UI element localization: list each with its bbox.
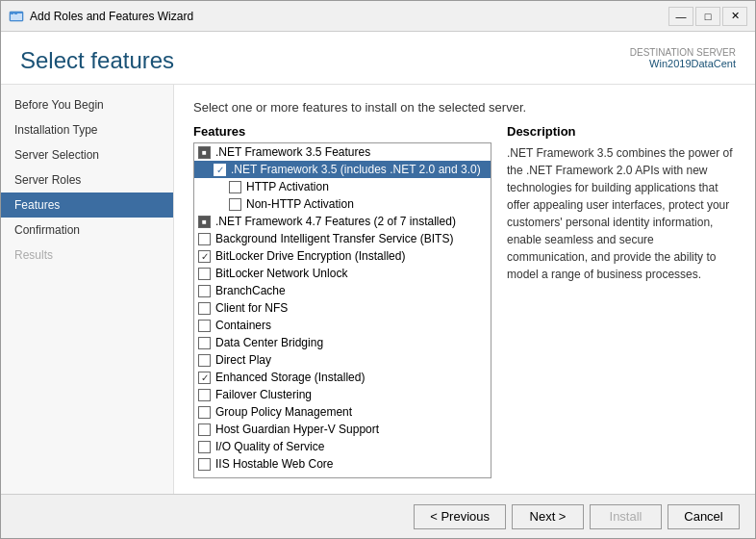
features-list[interactable]: .NET Framework 3.5 Features.NET Framewor… [193, 142, 491, 478]
features-section: Features .NET Framework 3.5 Features.NET… [193, 124, 491, 478]
feature-checkbox [198, 337, 211, 349]
intro-text: Select one or more features to install o… [193, 100, 736, 115]
title-bar: Add Roles and Features Wizard — □ ✕ [1, 1, 755, 32]
feature-label: Background Intelligent Transfer Service … [215, 232, 453, 245]
description-label: Description [507, 124, 736, 139]
feature-label: Non-HTTP Activation [246, 197, 354, 211]
svg-rect-1 [11, 13, 22, 20]
sidebar-item-features[interactable]: Features [1, 192, 173, 218]
feature-checkbox [198, 302, 211, 315]
feature-label: Direct Play [215, 353, 271, 367]
window-controls: — □ ✕ [668, 7, 747, 26]
feature-item[interactable]: IIS Hostable Web Core [194, 455, 491, 473]
minimize-button[interactable]: — [668, 7, 693, 26]
feature-item[interactable]: Client for NFS [194, 299, 491, 317]
svg-rect-3 [14, 13, 17, 14]
description-section: Description .NET Framework 3.5 combines … [507, 124, 736, 478]
feature-checkbox [198, 389, 211, 401]
main-content: Before You Begin Installation Type Serve… [1, 85, 755, 494]
feature-checkbox [198, 285, 211, 297]
feature-item[interactable]: Data Center Bridging [194, 334, 491, 351]
description-text: .NET Framework 3.5 combines the power of… [507, 144, 736, 283]
sidebar-item-results: Results [1, 243, 173, 268]
feature-label: BitLocker Network Unlock [215, 267, 347, 280]
svg-rect-2 [11, 13, 13, 14]
title-bar-left: Add Roles and Features Wizard [9, 9, 193, 24]
feature-label: IIS Hostable Web Core [215, 457, 334, 471]
server-label: DESTINATION SERVER [630, 47, 736, 58]
window-title: Add Roles and Features Wizard [30, 10, 193, 23]
sidebar-item-installation-type[interactable]: Installation Type [1, 117, 173, 142]
sidebar-item-confirmation[interactable]: Confirmation [1, 218, 173, 243]
feature-item[interactable]: Group Policy Management [194, 403, 491, 421]
feature-checkbox [229, 181, 241, 193]
sidebar-item-before-you-begin[interactable]: Before You Begin [1, 92, 173, 117]
close-button[interactable]: ✕ [722, 7, 747, 26]
feature-label: Group Policy Management [215, 405, 352, 419]
feature-checkbox [198, 233, 211, 245]
server-name: Win2019DataCent [630, 58, 736, 69]
feature-checkbox [198, 372, 211, 384]
feature-item[interactable]: HTTP Activation [194, 178, 491, 195]
sidebar-item-server-selection[interactable]: Server Selection [1, 142, 173, 167]
feature-checkbox [229, 198, 241, 211]
feature-checkbox [198, 424, 211, 436]
feature-checkbox [198, 441, 211, 453]
feature-checkbox [198, 268, 211, 280]
previous-button[interactable]: < Previous [414, 504, 506, 529]
feature-checkbox [198, 146, 211, 159]
feature-item[interactable]: .NET Framework 4.7 Features (2 of 7 inst… [194, 213, 491, 230]
feature-item[interactable]: Background Intelligent Transfer Service … [194, 230, 491, 247]
feature-item[interactable]: .NET Framework 3.5 Features [194, 143, 491, 161]
install-button[interactable]: Install [590, 504, 662, 529]
feature-label: .NET Framework 3.5 Features [215, 145, 370, 159]
feature-checkbox [198, 320, 211, 332]
feature-label: Client for NFS [215, 301, 288, 315]
feature-item[interactable]: BranchCache [194, 282, 491, 299]
feature-checkbox [198, 406, 211, 419]
feature-label: .NET Framework 3.5 (includes .NET 2.0 an… [231, 163, 481, 176]
feature-item[interactable]: Failover Clustering [194, 386, 491, 403]
feature-label: Data Center Bridging [215, 336, 323, 349]
next-button[interactable]: Next > [512, 504, 584, 529]
feature-label: Enhanced Storage (Installed) [215, 371, 365, 384]
feature-item[interactable]: BitLocker Drive Encryption (Installed) [194, 247, 491, 265]
wizard-icon [9, 9, 24, 24]
feature-label: Containers [215, 319, 271, 332]
feature-checkbox [198, 354, 211, 367]
sidebar-item-server-roles[interactable]: Server Roles [1, 167, 173, 192]
feature-label: I/O Quality of Service [215, 440, 324, 453]
feature-item[interactable]: .NET Framework 3.5 (includes .NET 2.0 an… [194, 161, 491, 178]
feature-item[interactable]: Containers [194, 317, 491, 334]
feature-label: Host Guardian Hyper-V Support [215, 423, 379, 436]
feature-item[interactable]: Host Guardian Hyper-V Support [194, 421, 491, 438]
wizard-window: Add Roles and Features Wizard — □ ✕ Sele… [0, 0, 756, 539]
feature-label: Failover Clustering [215, 388, 312, 401]
feature-label: BranchCache [215, 284, 286, 297]
feature-label: HTTP Activation [246, 180, 329, 193]
feature-label: .NET Framework 4.7 Features (2 of 7 inst… [215, 215, 456, 228]
panel-body: Features .NET Framework 3.5 Features.NET… [193, 124, 736, 478]
feature-checkbox [198, 458, 211, 471]
maximize-button[interactable]: □ [695, 7, 720, 26]
feature-checkbox [198, 216, 211, 228]
cancel-button[interactable]: Cancel [668, 504, 740, 529]
features-label: Features [193, 124, 491, 139]
feature-item[interactable]: I/O Quality of Service [194, 438, 491, 455]
feature-item[interactable]: BitLocker Network Unlock [194, 265, 491, 282]
feature-item[interactable]: Enhanced Storage (Installed) [194, 369, 491, 386]
main-panel: Select one or more features to install o… [174, 85, 755, 494]
page-header: Select features DESTINATION SERVER Win20… [1, 32, 755, 85]
feature-checkbox [214, 164, 226, 176]
page-title: Select features [20, 47, 174, 74]
feature-checkbox [198, 250, 211, 263]
server-info: DESTINATION SERVER Win2019DataCent [630, 47, 736, 69]
feature-item[interactable]: Non-HTTP Activation [194, 195, 491, 213]
features-list-inner: .NET Framework 3.5 Features.NET Framewor… [194, 143, 491, 473]
feature-label: BitLocker Drive Encryption (Installed) [215, 249, 405, 263]
sidebar: Before You Begin Installation Type Serve… [1, 85, 174, 494]
footer: < Previous Next > Install Cancel [1, 494, 755, 538]
feature-item[interactable]: Direct Play [194, 351, 491, 369]
